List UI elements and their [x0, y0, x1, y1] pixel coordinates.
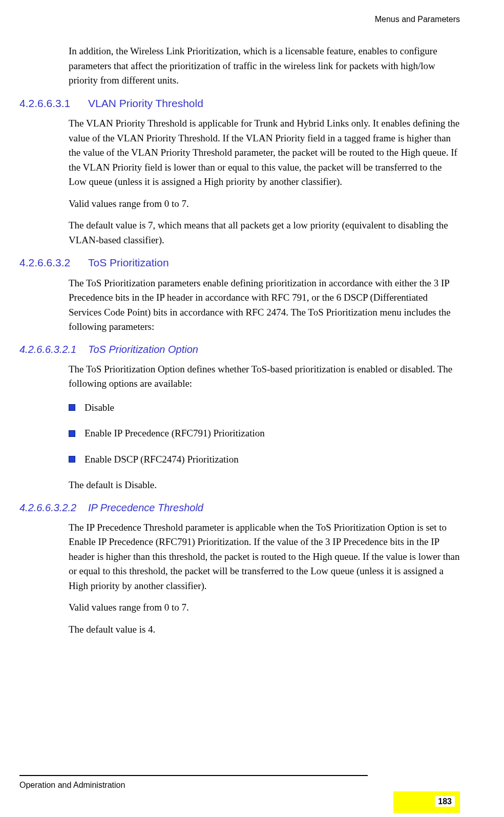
- footer-rule: [19, 775, 368, 776]
- body-text: The default value is 7, which means that…: [69, 218, 460, 247]
- list-item-label: Enable IP Precedence (RFC791) Prioritiza…: [85, 426, 265, 441]
- subsection-title: ToS Prioritization Option: [88, 342, 198, 357]
- page-number-highlight: 183: [393, 791, 460, 813]
- subheading-ip-precedence-threshold: 4.2.6.6.3.2.2 IP Precedence Threshold: [19, 500, 460, 515]
- body-text: Valid values range from 0 to 7.: [69, 197, 460, 212]
- footer-text: Operation and Administration: [19, 779, 460, 791]
- options-list: Disable Enable IP Precedence (RFC791) Pr…: [69, 401, 460, 467]
- square-bullet-icon: [69, 404, 75, 411]
- subheading-tos-prioritization-option: 4.2.6.6.3.2.1 ToS Prioritization Option: [19, 342, 460, 357]
- section-number: 4.2.6.6.3.1: [19, 95, 88, 112]
- section-title: ToS Prioritization: [88, 255, 169, 271]
- page-footer: Operation and Administration 183: [19, 775, 460, 791]
- body-text: The VLAN Priority Threshold is applicabl…: [69, 116, 460, 190]
- body-text: The ToS Prioritization Option defines wh…: [69, 362, 460, 391]
- body-text: The default is Disable.: [69, 478, 460, 493]
- section-number: 4.2.6.6.3.2: [19, 255, 88, 271]
- body-text: The IP Precedence Threshold parameter is…: [69, 520, 460, 594]
- subsection-number: 4.2.6.6.3.2.2: [19, 500, 88, 515]
- subsection-number: 4.2.6.6.3.2.1: [19, 342, 88, 357]
- square-bullet-icon: [69, 456, 75, 463]
- page-header: Menus and Parameters: [19, 13, 460, 26]
- body-text: The default value is 4.: [69, 622, 460, 637]
- body-text: Valid values range from 0 to 7.: [69, 600, 460, 615]
- list-item: Enable IP Precedence (RFC791) Prioritiza…: [69, 426, 460, 441]
- list-item: Disable: [69, 401, 460, 415]
- list-item: Enable DSCP (RFC2474) Prioritization: [69, 452, 460, 467]
- body-text: The ToS Prioritization parameters enable…: [69, 276, 460, 334]
- square-bullet-icon: [69, 430, 75, 437]
- page-number: 183: [435, 796, 455, 807]
- section-title: VLAN Priority Threshold: [88, 95, 203, 112]
- list-item-label: Disable: [85, 401, 114, 415]
- intro-paragraph: In addition, the Wireless Link Prioritiz…: [69, 44, 460, 88]
- heading-tos-prioritization: 4.2.6.6.3.2 ToS Prioritization: [19, 255, 460, 271]
- running-header: Menus and Parameters: [375, 15, 460, 24]
- subsection-title: IP Precedence Threshold: [88, 500, 203, 515]
- list-item-label: Enable DSCP (RFC2474) Prioritization: [85, 452, 239, 467]
- heading-vlan-priority-threshold: 4.2.6.6.3.1 VLAN Priority Threshold: [19, 95, 460, 112]
